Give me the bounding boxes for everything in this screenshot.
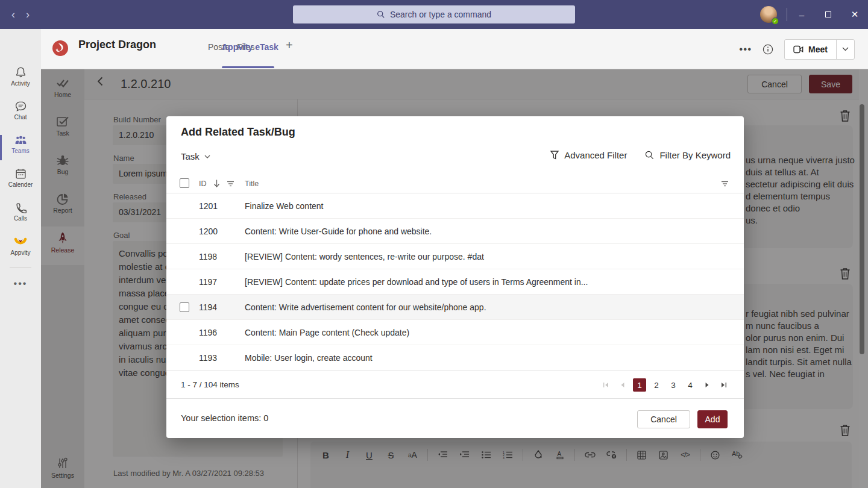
calendar-icon (14, 167, 27, 180)
table-row[interactable]: 1196 Content: Main Page content (Check u… (166, 320, 744, 345)
dialog-add-button[interactable]: Add (697, 410, 728, 428)
camera-icon (793, 45, 804, 54)
table-row[interactable]: 1201 Finalize Web content (166, 193, 744, 219)
page-button-3[interactable]: 3 (667, 378, 680, 392)
prev-page-button[interactable] (616, 378, 629, 392)
page-button-1[interactable]: 1 (633, 378, 646, 392)
team-logo-icon (52, 40, 69, 57)
select-all-checkbox[interactable] (180, 178, 189, 188)
row-checkbox[interactable] (180, 302, 189, 312)
teams-rail: Activity Chat Teams Calender Calls Appvi… (0, 29, 41, 488)
info-icon[interactable] (763, 44, 773, 55)
titlebar-divider (787, 8, 787, 21)
rail-item-appvity[interactable]: Appvity (0, 235, 41, 256)
chevron-down-icon (204, 155, 210, 158)
search-placeholder: Search or type a command (390, 10, 491, 19)
first-page-icon (602, 381, 610, 389)
teams-titlebar: ‹ › Search or type a command ✓ – ✕ (0, 0, 868, 29)
last-page-button[interactable] (717, 378, 731, 392)
status-available-icon: ✓ (772, 17, 779, 25)
team-name: Project Dragon (78, 39, 156, 51)
chevron-down-icon (842, 47, 849, 51)
title-filter-icon[interactable] (721, 181, 729, 187)
chat-icon (14, 100, 27, 113)
selection-count-text: Your selection items: 0 (181, 413, 268, 423)
funnel-icon (550, 151, 559, 160)
dialog-cancel-button[interactable]: Cancel (637, 410, 690, 428)
page-button-2[interactable]: 2 (650, 378, 663, 392)
last-page-icon (720, 381, 728, 389)
rail-divider (10, 267, 31, 268)
add-related-task-dialog: Add Related Task/Bug Task Advanced Filte… (166, 116, 744, 438)
task-table: 1201 Finalize Web content 1200 Content: … (166, 193, 744, 371)
meet-split-button: Meet (784, 39, 855, 60)
rail-item-chat[interactable]: Chat (0, 100, 41, 120)
meet-button[interactable]: Meet (785, 45, 836, 54)
close-button[interactable]: ✕ (841, 0, 868, 29)
maximize-button[interactable] (815, 0, 841, 29)
table-row[interactable]: 1193 Mobile: User login, create account (166, 345, 744, 371)
next-page-icon (703, 381, 711, 389)
title-column-header[interactable]: Title (245, 180, 259, 188)
advanced-filter-button[interactable]: Advanced Filter (550, 150, 627, 160)
next-page-button[interactable] (700, 378, 714, 392)
rail-item-calls[interactable]: Calls (0, 201, 41, 222)
meet-dropdown-button[interactable] (837, 47, 854, 51)
teams-people-icon (14, 134, 28, 146)
page-button-4[interactable]: 4 (684, 378, 697, 392)
rail-item-calendar[interactable]: Calender (0, 167, 41, 188)
items-summary: 1 - 7 / 104 items (181, 380, 239, 389)
rail-item-activity[interactable]: Activity (0, 66, 41, 87)
search-icon (645, 151, 654, 160)
table-row[interactable]: 1198 [REVIEW] Content: wordy sentences, … (166, 244, 744, 269)
appvity-logo-icon (13, 235, 28, 248)
prev-page-icon (618, 381, 627, 389)
dialog-title: Add Related Task/Bug (181, 126, 295, 139)
minimize-button[interactable]: – (788, 0, 815, 29)
channel-header: Project Dragon Posts Files Appvity eTask… (41, 29, 868, 69)
first-page-button[interactable] (599, 378, 612, 392)
table-header: ID Title (166, 174, 744, 193)
id-column-header[interactable]: ID (199, 180, 207, 188)
add-tab-button[interactable]: + (286, 39, 293, 52)
rail-item-teams[interactable]: Teams (0, 134, 41, 154)
search-icon (377, 10, 385, 19)
table-row[interactable]: 1197 [REVIEW] Content: update prices per… (166, 269, 744, 295)
dialog-footer: Your selection items: 0 Cancel Add (166, 398, 744, 438)
active-tab-underline (222, 66, 274, 68)
nav-forward-icon[interactable]: › (22, 8, 34, 20)
pagination-bar: 1 - 7 / 104 items 1 2 3 4 (166, 371, 744, 398)
channel-more-icon[interactable]: ••• (739, 43, 752, 55)
keyword-filter-button[interactable]: Filter By Keyword (645, 150, 731, 160)
search-input[interactable]: Search or type a command (293, 5, 575, 23)
tab-appvity-etask[interactable]: Appvity eTask (222, 42, 278, 52)
rail-more-icon[interactable]: ••• (0, 278, 41, 289)
sort-descending-icon[interactable] (213, 179, 221, 188)
bell-icon (14, 66, 27, 79)
nav-back-icon[interactable]: ‹ (7, 8, 19, 20)
phone-icon (14, 201, 27, 214)
table-row-hovered[interactable]: 1194 Content: Write advertisement conten… (166, 295, 744, 320)
type-selector-dropdown[interactable]: Task (181, 151, 210, 161)
table-row[interactable]: 1200 Content: Write User-Guide for phone… (166, 219, 744, 244)
column-filter-icon[interactable] (227, 181, 234, 187)
avatar[interactable]: ✓ (760, 6, 777, 23)
